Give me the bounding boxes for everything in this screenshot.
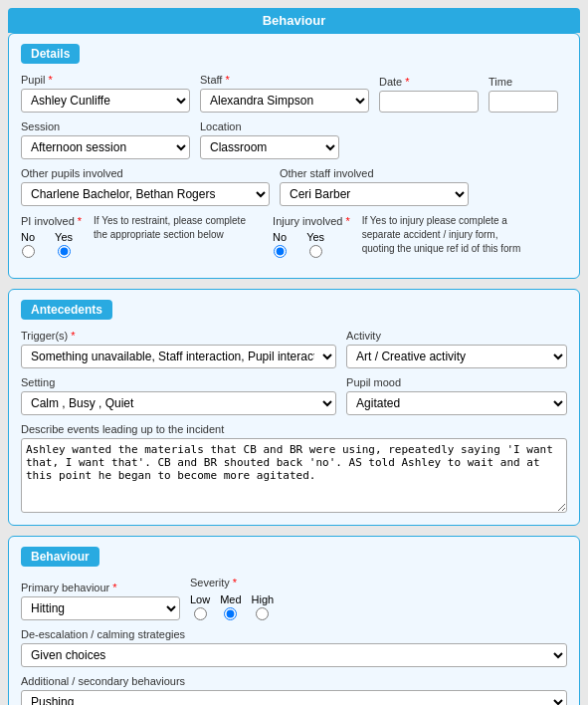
staff-label: Staff* <box>200 74 369 86</box>
session-select[interactable]: Afternoon session <box>21 135 190 159</box>
page-title: Behaviour <box>8 8 580 33</box>
pupil-select[interactable]: Ashley Cunliffe <box>21 89 190 113</box>
pi-involved-label: PI involved* <box>21 215 82 227</box>
injury-yes-label: Yes <box>306 231 324 243</box>
pupil-label: Pupil* <box>21 74 190 86</box>
pi-yes-radio[interactable] <box>58 245 71 258</box>
pupil-mood-label: Pupil mood <box>346 376 567 388</box>
severity-high-radio[interactable] <box>256 607 269 620</box>
session-label: Session <box>21 120 190 132</box>
other-staff-select[interactable]: Ceri Barber <box>280 182 469 206</box>
describe-textarea[interactable]: Ashley wanted the materials that CB and … <box>21 438 567 513</box>
time-input[interactable]: 14:13 <box>489 91 558 113</box>
antecedents-section: Antecedents Trigger(s)* Something unavai… <box>8 289 580 526</box>
staff-select[interactable]: Alexandra Simpson <box>200 89 369 113</box>
triggers-select[interactable]: Something unavailable, Staff interaction… <box>21 345 336 368</box>
pi-warning-text: If Yes to restraint, please complete the… <box>94 214 253 242</box>
severity-label: Severity* <box>190 577 274 588</box>
details-section: Details Pupil* Ashley Cunliffe Staff* Al… <box>8 33 580 279</box>
deescalation-label: De-escalation / calming strategies <box>21 628 567 640</box>
other-staff-label: Other staff involved <box>280 167 469 179</box>
injury-yes-radio[interactable] <box>309 245 322 258</box>
pupil-mood-select[interactable]: Agitated <box>346 391 567 415</box>
location-select[interactable]: Classroom <box>200 135 339 159</box>
activity-select[interactable]: Art / Creative activity <box>346 345 567 368</box>
deescalation-select[interactable]: Given choices <box>21 643 567 667</box>
setting-select[interactable]: Calm , Busy , Quiet <box>21 391 336 415</box>
details-section-title: Details <box>21 44 80 64</box>
severity-med-radio[interactable] <box>224 607 237 620</box>
injury-warning-text: If Yes to injury please complete a separ… <box>362 214 521 256</box>
primary-behaviour-select[interactable]: Hitting <box>21 596 180 620</box>
activity-label: Activity <box>346 330 567 342</box>
triggers-label: Trigger(s)* <box>21 330 336 342</box>
severity-med-label: Med <box>220 593 241 605</box>
pi-no-radio[interactable] <box>22 245 35 258</box>
severity-low-radio[interactable] <box>194 607 207 620</box>
injury-no-label: No <box>273 231 287 243</box>
date-input[interactable]: 24/03/2023 <box>379 91 479 113</box>
other-pupils-label: Other pupils involved <box>21 167 270 179</box>
additional-behaviours-label: Additional / secondary behaviours <box>21 675 567 687</box>
other-pupils-select[interactable]: Charlene Bachelor, Bethan Rogers <box>21 182 270 206</box>
pi-no-label: No <box>21 231 35 243</box>
behaviour-section-title: Behaviour <box>21 547 99 567</box>
date-label: Date* <box>379 76 479 88</box>
additional-behaviours-select[interactable]: Pushing <box>21 690 567 705</box>
antecedents-section-title: Antecedents <box>21 300 112 320</box>
describe-label: Describe events leading up to the incide… <box>21 423 567 435</box>
injury-involved-label: Injury involved* <box>273 215 350 227</box>
time-label: Time <box>489 76 558 88</box>
primary-behaviour-label: Primary behaviour* <box>21 582 180 593</box>
injury-no-radio[interactable] <box>274 245 287 258</box>
pi-yes-label: Yes <box>55 231 73 243</box>
severity-low-label: Low <box>190 593 210 605</box>
setting-label: Setting <box>21 376 336 388</box>
severity-high-label: High <box>252 593 275 605</box>
behaviour-section: Behaviour Primary behaviour* Hitting Sev… <box>8 536 580 705</box>
location-label: Location <box>200 120 339 132</box>
